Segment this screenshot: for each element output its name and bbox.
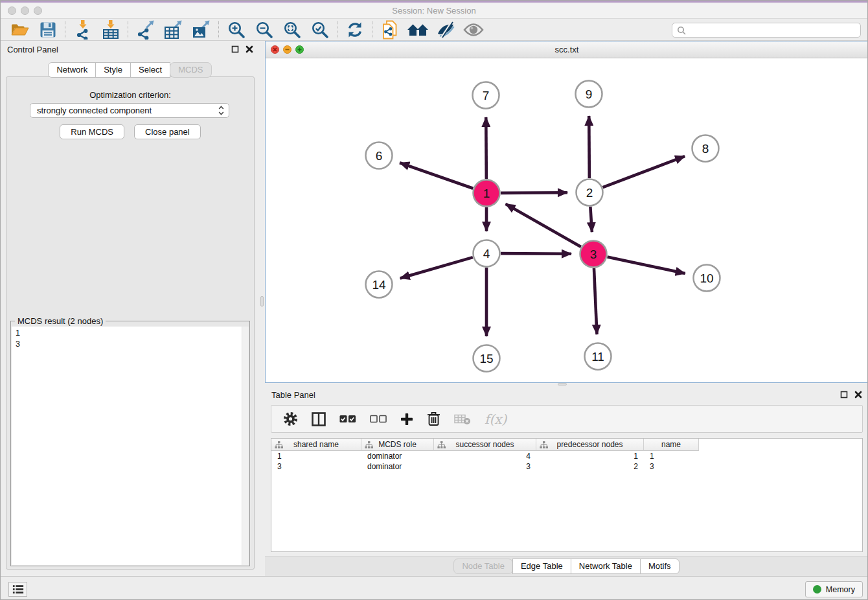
graph-node-6[interactable]: 6 (366, 143, 393, 169)
search-input[interactable] (689, 26, 856, 35)
select-all-button[interactable] (339, 415, 356, 424)
table-cell[interactable]: 3 (434, 461, 536, 472)
table-cell[interactable]: dominator (361, 451, 434, 461)
graph-node-15[interactable]: 15 (474, 345, 500, 372)
table-cell[interactable]: 3 (644, 461, 699, 472)
frame-minimize-button[interactable] (283, 45, 291, 54)
show-graphics-details-button[interactable] (459, 19, 487, 41)
graph-node-8[interactable]: 8 (692, 135, 719, 162)
import-network-button[interactable] (69, 19, 97, 41)
graph-node-7[interactable]: 7 (473, 82, 499, 109)
table-cell[interactable]: 1 (644, 451, 699, 461)
clear-selection-button[interactable] (370, 415, 387, 424)
close-panel-icon[interactable] (246, 45, 253, 53)
column-header-predecessor-nodes[interactable]: predecessor nodes (536, 439, 644, 451)
close-window-button[interactable] (8, 6, 16, 15)
apply-layout-button[interactable] (341, 19, 369, 41)
network-canvas[interactable]: 7968124314101511 (266, 58, 868, 382)
search-field[interactable] (672, 23, 861, 38)
table-panel: Table Panel f(x) shared nameMCDS rolesuc… (265, 386, 868, 576)
graph-edge-2-3[interactable] (590, 207, 591, 232)
float-panel-icon[interactable] (231, 45, 239, 53)
network-from-file-button[interactable] (376, 19, 404, 41)
main-toolbar (1, 19, 867, 41)
delete-columns-button[interactable] (427, 411, 440, 427)
graph-node-9[interactable]: 9 (576, 81, 602, 108)
zoom-out-button[interactable] (250, 19, 278, 41)
table-options-button[interactable] (283, 411, 298, 426)
tab-select[interactable]: Select (130, 62, 170, 78)
graph-node-11[interactable]: 11 (585, 343, 611, 370)
tab-network[interactable]: Network (48, 62, 96, 78)
table-cell[interactable]: 1 (536, 451, 644, 461)
graph-edge-1-6[interactable] (400, 163, 473, 189)
table-cell[interactable]: 4 (434, 451, 536, 461)
memory-button[interactable]: Memory (805, 581, 863, 597)
graph-node-14[interactable]: 14 (366, 271, 393, 298)
tab-mcds[interactable]: MCDS (170, 62, 211, 78)
tab-edge-table[interactable]: Edge Table (512, 559, 571, 574)
export-table-button[interactable] (159, 19, 187, 41)
save-session-button[interactable] (34, 19, 62, 41)
column-header-successor-nodes[interactable]: successor nodes (434, 439, 536, 451)
vertical-splitter[interactable] (260, 41, 265, 576)
table-cell[interactable]: 2 (536, 461, 644, 472)
open-session-button[interactable] (6, 19, 34, 41)
tab-network-table[interactable]: Network Table (571, 559, 641, 574)
graph-node-4[interactable]: 4 (474, 240, 500, 267)
graph-edge-4-14[interactable] (400, 257, 473, 278)
tab-motifs[interactable]: Motifs (640, 559, 680, 574)
graph-edge-1-7[interactable] (486, 117, 486, 179)
result-scrollbar[interactable] (242, 327, 249, 565)
task-history-button[interactable] (8, 582, 27, 597)
graph-edge-3-10[interactable] (608, 257, 685, 273)
close-panel-button[interactable]: Close panel (134, 124, 201, 139)
run-mcds-button[interactable]: Run MCDS (60, 124, 124, 139)
graph-edge-2-9[interactable] (589, 116, 589, 178)
column-header-mcds-role[interactable]: MCDS role (361, 439, 434, 451)
table-row[interactable]: 1dominator411 (271, 451, 862, 461)
minimize-window-button[interactable] (21, 6, 29, 15)
table-cell[interactable]: 1 (271, 451, 361, 461)
maximize-window-button[interactable] (34, 6, 42, 15)
tab-style[interactable]: Style (95, 62, 131, 78)
float-panel-icon[interactable] (840, 391, 848, 398)
graph-edge-1-2[interactable] (501, 192, 567, 193)
zoom-in-button[interactable] (222, 19, 250, 41)
toolbar-separator (337, 21, 337, 38)
splitter-grip[interactable] (558, 383, 567, 386)
graph-node-10[interactable]: 10 (694, 265, 720, 292)
mcds-result-textarea[interactable]: 13 (12, 327, 249, 565)
graph-edge-4-3[interactable] (501, 253, 571, 254)
export-image-button[interactable] (187, 19, 215, 41)
column-header-name[interactable]: name (644, 439, 699, 451)
close-panel-icon[interactable] (854, 391, 862, 398)
graph-edge-2-8[interactable] (603, 156, 685, 187)
control-panel-tabs: NetworkStyleSelectMCDS (1, 62, 260, 78)
table-cell[interactable]: dominator (361, 461, 434, 472)
table-row[interactable]: 3dominator323 (271, 461, 862, 472)
frame-close-button[interactable] (271, 45, 279, 54)
import-table-button[interactable] (97, 19, 124, 41)
column-header-shared-name[interactable]: shared name (271, 439, 361, 451)
export-network-button[interactable] (131, 19, 159, 41)
zoom-fit-button[interactable] (278, 19, 306, 41)
splitter-grip[interactable] (260, 296, 264, 306)
create-column-button[interactable] (400, 413, 413, 426)
graph-node-2[interactable]: 2 (577, 179, 603, 206)
graph-node-3[interactable]: 3 (580, 241, 607, 268)
optimization-criterion-label: Optimization criterion: (6, 90, 254, 100)
graph-node-1[interactable]: 1 (474, 180, 500, 207)
home-button[interactable] (404, 19, 431, 41)
split-view-button[interactable] (312, 412, 326, 426)
network-frame-titlebar[interactable]: scc.txt (266, 41, 868, 58)
svg-text:4: 4 (483, 247, 490, 260)
graph-edge-3-1[interactable] (506, 204, 581, 247)
frame-zoom-button[interactable] (295, 45, 304, 54)
graph-edge-3-11[interactable] (594, 268, 597, 334)
table-cell[interactable]: 3 (271, 461, 361, 472)
zoom-selected-button[interactable] (306, 19, 334, 41)
hide-graphics-details-button[interactable] (431, 19, 459, 41)
tab-node-table[interactable]: Node Table (453, 559, 513, 574)
optimization-criterion-select[interactable]: strongly connected component (30, 103, 229, 118)
